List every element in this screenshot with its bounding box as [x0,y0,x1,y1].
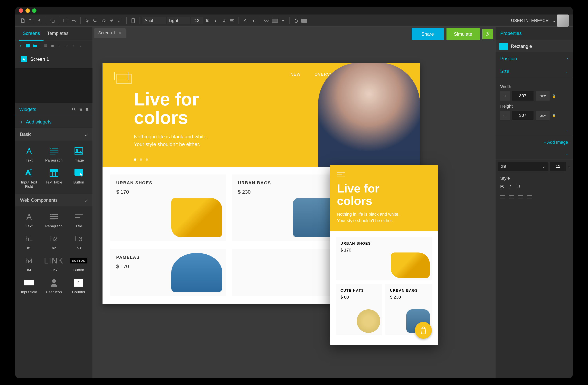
grid-view-icon[interactable]: ▦ [79,108,82,111]
align-center-icon[interactable] [509,195,514,199]
width-input[interactable] [512,91,533,101]
close-tab-icon[interactable]: ✕ [118,30,122,36]
height-input[interactable] [512,111,533,120]
widget-input-field[interactable]: Input field [17,276,41,296]
dropdown-icon[interactable]: ▾ [250,17,257,24]
add-image-button[interactable]: + Add Image [496,136,573,149]
lock-icon[interactable]: 🔒 [552,114,556,117]
widget-paragraph[interactable]: Paragraph [42,144,66,165]
artboard-mobile[interactable]: Live forcolors Nothing in life is black … [330,165,438,345]
download-icon[interactable] [36,17,43,24]
product-card[interactable]: CUTE HATS $ 80 [336,284,382,335]
widget-h3[interactable]: h3h3 [67,232,91,252]
product-card[interactable]: URBAN SHOES $ 170 [110,174,226,241]
fill-swatch-icon[interactable] [271,17,278,24]
nav-item[interactable]: NEW [291,72,301,77]
list-icon[interactable]: ☰ [42,43,48,49]
lock-icon[interactable]: 🔒 [552,94,556,98]
add-icon[interactable]: ＋ [18,43,23,49]
bold-button[interactable]: B [500,184,504,190]
opacity-icon[interactable] [293,17,300,24]
text-color-icon[interactable]: A [241,17,249,24]
arrow-right-icon[interactable]: → [64,43,70,49]
tab-screens[interactable]: Screens [19,27,43,41]
align-right-icon[interactable] [518,195,523,199]
simulate-button[interactable]: Simulate [446,28,480,40]
copy-icon[interactable] [49,17,56,24]
widget-counter[interactable]: 1Counter [67,276,91,296]
width-stepper[interactable]: ‹ › [500,91,510,101]
hamburger-icon[interactable] [337,172,345,176]
widget-h4[interactable]: h4h4 [17,254,41,274]
new-file-icon[interactable] [19,17,27,24]
arrow-down-icon[interactable]: ↓ [78,43,84,49]
canvas[interactable]: NEW OVERVIEW GALLERY CONTACT Live forcol… [93,39,495,378]
italic-button[interactable]: I [509,184,511,190]
widget-link[interactable]: LINKLink [42,254,66,274]
arrow-up-icon[interactable]: ↑ [71,43,77,49]
align-justify-icon[interactable] [527,195,532,199]
link-icon[interactable] [263,17,270,24]
widget-text[interactable]: AText [17,210,41,230]
pointer-icon[interactable] [83,17,91,24]
carousel-dots[interactable] [134,158,148,161]
list-view-icon[interactable]: ☰ [86,108,89,111]
widget-user-icon[interactable]: User Icon [42,276,66,296]
artboard-desktop[interactable]: NEW OVERVIEW GALLERY CONTACT Live forcol… [103,63,420,304]
arrow-left-icon[interactable]: ← [57,43,63,49]
italic-icon[interactable]: I [212,17,219,24]
widget-input-text[interactable]: AInput Text Field [17,166,41,191]
zoom-icon[interactable] [91,17,99,24]
maximize-window-icon[interactable] [32,8,37,13]
widget-title[interactable]: Title [67,210,91,230]
font-family-select[interactable]: Arial [143,17,166,24]
close-window-icon[interactable] [19,8,23,13]
image-icon[interactable] [25,43,31,49]
paint-icon[interactable] [108,17,115,24]
user-dropdown[interactable]: USER INTERFACE ⌄ [511,18,556,23]
tab-templates[interactable]: Templates [43,27,72,41]
eraser-icon[interactable] [100,17,107,24]
folder-icon[interactable] [32,43,38,49]
font-size-input[interactable]: 12 [550,162,566,171]
product-card[interactable]: PAMELAS $ 170 [110,249,226,296]
widget-paragraph[interactable]: Paragraph [42,210,66,230]
font-weight-select[interactable]: ght ⌄ [498,162,548,171]
font-weight-select[interactable]: Light [167,17,190,24]
size-section[interactable]: Size ⌄ [496,65,573,78]
grid-icon[interactable]: ▦ [50,43,56,49]
simulate-settings-button[interactable] [482,29,493,39]
comment-icon[interactable] [116,17,124,24]
width-unit-select[interactable]: px ▾ [536,91,550,101]
cart-fab[interactable] [415,322,432,339]
font-size-input[interactable]: 12 [191,17,203,24]
screen-item[interactable]: ★ Screen 1 [19,53,89,65]
device-icon[interactable] [129,17,137,24]
selection-row[interactable]: Rectangle [496,40,573,52]
height-stepper[interactable]: ‹ › [500,111,510,120]
position-section[interactable]: Position › [496,52,573,65]
height-unit-select[interactable]: px ▾ [536,111,550,120]
document-tab[interactable]: Screen 1 ✕ [94,28,126,38]
collapsed-section[interactable]: ⌄ [496,125,573,136]
widget-button[interactable]: Button [67,166,91,191]
widget-button[interactable]: BUTTONButton [67,254,91,274]
collapsed-section[interactable]: ⌄ [496,149,573,160]
underline-button[interactable]: U [516,184,520,190]
avatar[interactable] [557,15,569,27]
widget-h1[interactable]: h1h1 [17,232,41,252]
open-folder-icon[interactable] [27,17,35,24]
underline-icon[interactable]: U [220,17,228,24]
widget-table[interactable]: Text Table [42,166,66,191]
share-button[interactable]: Share [412,28,444,40]
search-icon[interactable] [72,107,76,111]
widget-image[interactable]: Image [67,144,91,165]
section-basic[interactable]: Basic ⌄ [15,128,92,141]
section-web[interactable]: Web Components ⌄ [15,194,92,206]
undo-icon[interactable] [70,17,78,24]
bold-icon[interactable]: B [204,17,211,24]
minimize-window-icon[interactable] [25,8,30,13]
widget-text[interactable]: AText [17,144,41,165]
add-widgets-button[interactable]: ＋ Add widgets [15,116,92,128]
product-card[interactable]: URBAN SHOES $ 170 [336,237,432,280]
